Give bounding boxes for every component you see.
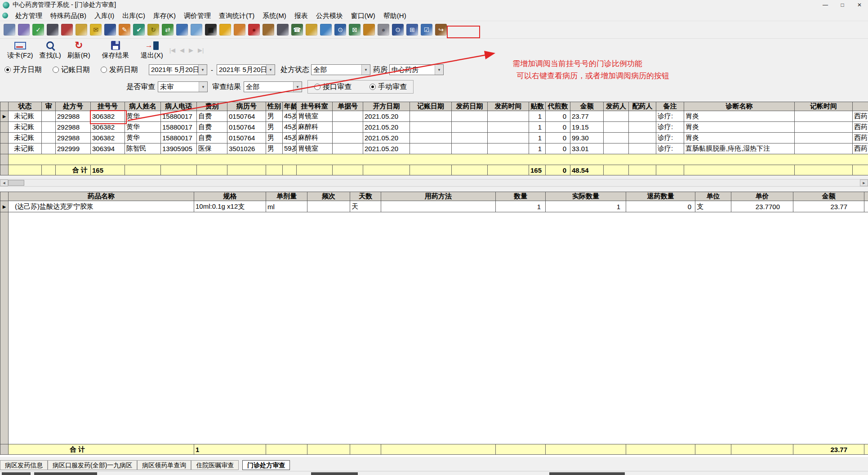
bottom-tab[interactable]: 病区领药单查询 [137, 460, 191, 470]
column-header[interactable]: 配药人 [629, 102, 656, 111]
column-header[interactable]: 贴数 [529, 102, 546, 111]
search-record-icon[interactable] [277, 24, 289, 36]
date-to-select[interactable]: 2021年 5月20日 ▼ [217, 64, 275, 75]
bottom-tab[interactable]: 病区口服发药(全部)一九病区 [48, 460, 137, 470]
radio-option[interactable]: 发药日期 [101, 65, 138, 75]
bottom-tab[interactable]: 病区发药信息 [0, 460, 48, 470]
column-header[interactable]: 发药日期 [452, 102, 488, 111]
radio-option[interactable]: 手动审查 [369, 82, 407, 92]
scroll-left-button[interactable]: ◀ [0, 179, 8, 186]
menu-item[interactable]: 查询统计(T) [215, 10, 258, 21]
mail-icon[interactable]: ✉ [90, 24, 102, 36]
column-header[interactable]: 挂号号 [91, 102, 125, 111]
column-header[interactable]: 诊断名称 [684, 102, 795, 111]
review-result-select[interactable]: 全部 ▼ [244, 81, 302, 92]
column-header[interactable]: 单位 [695, 192, 731, 201]
window-list-icon[interactable]: ⊞ [406, 24, 418, 36]
package-icon[interactable] [263, 24, 274, 36]
read-card-button[interactable]: 读卡(F2) [7, 40, 33, 59]
column-header[interactable]: 规格 [194, 192, 266, 201]
menu-item[interactable]: 特殊药品(B) [46, 10, 90, 21]
column-header[interactable]: 病人姓名 [125, 102, 161, 111]
column-header[interactable]: 费别 [197, 102, 227, 111]
drug-row[interactable]: ▶(达己苏)盐酸达克罗宁胶浆10ml:0.1g x12支ml天110支23.77… [0, 201, 868, 212]
review-status-select[interactable]: 未审 ▼ [158, 81, 208, 92]
thermometer-icon[interactable] [320, 24, 332, 36]
exit-door-icon[interactable]: ↪ [435, 24, 447, 36]
radio-option[interactable]: 接口审查 [314, 82, 352, 92]
column-header[interactable]: 药品名称 [9, 192, 194, 201]
column-header[interactable]: 发药时间 [488, 102, 529, 111]
radio-option[interactable]: 开方日期 [4, 65, 42, 75]
column-header[interactable] [853, 102, 868, 111]
menu-item[interactable]: 调价管理 [180, 10, 215, 21]
column-header[interactable]: 年龄 [283, 102, 297, 111]
print-icon[interactable] [4, 24, 15, 36]
minimize-button[interactable]: — [817, 0, 834, 10]
find-button[interactable]: 查找(L) [40, 40, 61, 59]
recalc-icon[interactable]: ↻ [147, 24, 159, 36]
column-header[interactable]: 单价 [731, 192, 793, 201]
column-header[interactable]: 单据号 [333, 102, 363, 111]
register-book-icon[interactable] [61, 24, 73, 36]
menu-item[interactable]: 窗口(W) [347, 10, 379, 21]
prescription-row[interactable]: ▶未记账292988306382黄华15880017自费0150764男45岁胃… [0, 111, 868, 122]
approve-icon[interactable]: ✔ [133, 24, 145, 36]
audit-check-icon[interactable]: ✓ [32, 24, 44, 36]
column-header[interactable]: 病人电话 [161, 102, 197, 111]
menu-item[interactable]: 入库(I) [90, 10, 118, 21]
mailbox-icon[interactable] [306, 24, 317, 36]
nav-next-icon[interactable]: ▶ [189, 47, 193, 54]
column-header[interactable]: 用药方法 [381, 192, 496, 201]
transfer-icon[interactable]: ⇄ [162, 24, 174, 36]
checklist-icon[interactable]: ☑ [421, 24, 432, 36]
bell-icon[interactable] [219, 24, 231, 36]
chevron-down-icon[interactable]: ▼ [198, 65, 207, 75]
alert-icon[interactable]: ● [248, 24, 260, 36]
column-header[interactable]: 频次 [307, 192, 350, 201]
chevron-down-icon[interactable]: ▼ [266, 65, 275, 75]
menu-item[interactable]: 公共模块 [312, 10, 347, 21]
pharmacy-select[interactable]: 中心药房 ▼ [389, 64, 444, 75]
column-header[interactable]: 挂号科室 [297, 102, 333, 111]
schedule-icon[interactable] [234, 24, 245, 36]
sphere-icon[interactable]: ● [378, 24, 389, 36]
column-header[interactable]: 审 [42, 102, 56, 111]
column-header[interactable]: 备注 [656, 102, 684, 111]
chart-icon[interactable] [176, 24, 188, 36]
invoice-icon[interactable] [76, 24, 87, 36]
bottom-tab[interactable]: 住院医嘱审查 [191, 460, 239, 470]
scroll-thumb[interactable] [8, 180, 24, 186]
edit-icon[interactable]: ✎ [119, 24, 130, 36]
report-icon[interactable] [191, 24, 202, 36]
column-header[interactable]: 数量 [496, 192, 546, 201]
column-header[interactable] [864, 192, 868, 201]
column-header[interactable]: 天数 [350, 192, 381, 201]
column-header[interactable]: 处方号 [56, 102, 91, 111]
column-header[interactable]: 发药人 [604, 102, 629, 111]
refresh-button[interactable]: 刷新(R) [67, 40, 90, 59]
open-folder-icon[interactable] [363, 24, 375, 36]
save-results-button[interactable]: 保存结果 [102, 40, 129, 59]
binoculars-icon[interactable] [47, 24, 58, 36]
prescription-status-select[interactable]: 全部 ▼ [311, 64, 370, 75]
magnifier-icon[interactable]: ⊙ [392, 24, 404, 36]
nav-last-icon[interactable]: ▶| [198, 47, 204, 54]
menu-item[interactable]: 帮助(H) [379, 10, 410, 21]
chevron-down-icon[interactable]: ▼ [435, 65, 443, 75]
date-from-select[interactable]: 2021年 5月20日 ▼ [149, 64, 207, 75]
close-button[interactable]: ✕ [851, 0, 868, 10]
column-header[interactable]: 开方日期 [363, 102, 410, 111]
menu-item[interactable]: 系统(M) [258, 10, 290, 21]
chevron-down-icon[interactable]: ▼ [293, 82, 302, 92]
menu-item[interactable]: 处方管理 [11, 10, 46, 21]
barcode-icon[interactable]: ▦ [205, 24, 217, 36]
prescription-row[interactable]: 未记账292999306394陈智民13905905医保3501026男59岁胃… [0, 143, 868, 154]
nav-first-icon[interactable]: |◀ [169, 47, 175, 54]
chevron-down-icon[interactable]: ▼ [199, 82, 207, 92]
column-header[interactable]: 记帐时间 [795, 102, 853, 111]
column-header[interactable]: 金额 [793, 192, 864, 201]
horizontal-scrollbar[interactable]: ◀ ▶ [0, 179, 868, 187]
zoom-icon[interactable]: ⊙ [334, 24, 346, 36]
nav-prev-icon[interactable]: ◀ [180, 47, 184, 54]
